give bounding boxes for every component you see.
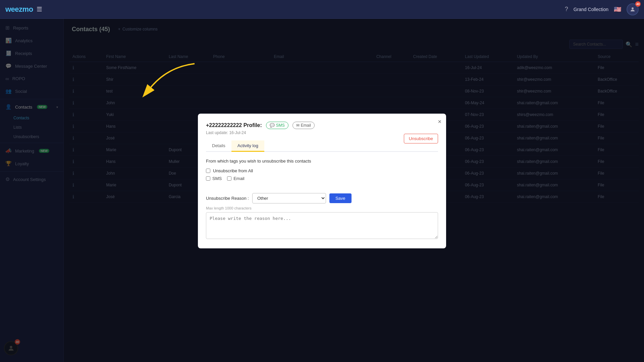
email-tag-icon: ✉	[296, 123, 300, 128]
navbar-right: ? Grand Collection 🇺🇸 40	[565, 3, 639, 15]
logo-text: weezmo	[5, 5, 33, 14]
char-limit-label: Max length 1000 characters	[206, 206, 438, 210]
tab-details[interactable]: Details	[206, 140, 231, 152]
sms-checkbox[interactable]	[206, 176, 210, 181]
modal-title: +22222222222 Profile:	[206, 122, 262, 128]
notification-badge[interactable]: 40	[627, 3, 639, 15]
sms-checkbox-label: SMS	[206, 176, 222, 181]
last-update-label: Last update:	[206, 130, 228, 135]
annotation-arrow	[141, 60, 208, 101]
hamburger-icon[interactable]: ☰	[37, 6, 42, 13]
sms-tag-label: SMS	[276, 123, 285, 128]
reason-textarea[interactable]	[206, 212, 438, 239]
reason-row: Unsubscribe Reason : Other Not intereste…	[206, 193, 438, 203]
modal-overlay[interactable]: × +22222222222 Profile: 💬 SMS ✉ Email La…	[0, 0, 644, 362]
flag-icon: 🇺🇸	[614, 6, 621, 13]
email-label: Email	[233, 176, 245, 181]
checkbox-group: Unsubscribe from All SMS Email	[206, 168, 438, 187]
unsubscribe-form: From which tags you wish to unsubscribe …	[206, 159, 438, 240]
navbar: weezmo ☰ ? Grand Collection 🇺🇸 40	[0, 0, 644, 19]
notification-count: 40	[635, 1, 641, 7]
unsubscribe-all-checkbox[interactable]	[206, 169, 210, 173]
help-icon[interactable]: ?	[565, 6, 568, 13]
email-checkbox[interactable]	[227, 176, 231, 181]
channel-checkboxes: SMS Email	[206, 176, 438, 181]
sms-tag-icon: 💬	[270, 123, 275, 128]
email-checkbox-label: Email	[227, 176, 245, 181]
modal-title-row: +22222222222 Profile: 💬 SMS ✉ Email	[206, 122, 438, 129]
profile-modal: × +22222222222 Profile: 💬 SMS ✉ Email La…	[198, 114, 446, 248]
svg-point-0	[632, 7, 634, 9]
unsubscribe-all-label: Unsubscribe from All	[213, 168, 253, 173]
tab-activity-log[interactable]: Activity log	[231, 140, 264, 152]
save-btn[interactable]: Save	[329, 193, 352, 203]
modal-email-tag: ✉ Email	[292, 122, 315, 129]
form-section-title: From which tags you wish to unsubscribe …	[206, 159, 438, 164]
modal-tabs: Details Activity log	[206, 140, 438, 152]
unsubscribe-all-row: Unsubscribe from All	[206, 168, 438, 173]
modal-subtitle: Last update: 16-Jul-24	[206, 130, 438, 135]
last-update-value: 16-Jul-24	[229, 130, 246, 135]
unsubscribe-btn[interactable]: Unsubscribe	[404, 134, 438, 143]
brand: weezmo ☰	[5, 5, 42, 14]
reason-label: Unsubscribe Reason :	[206, 196, 249, 201]
email-tag-label: Email	[301, 123, 311, 128]
modal-sms-tag: 💬 SMS	[266, 122, 288, 129]
modal-close-btn[interactable]: ×	[438, 118, 441, 125]
sms-label: SMS	[212, 176, 222, 181]
org-name: Grand Collection	[574, 7, 608, 12]
reason-select[interactable]: Other Not interested Too many messages W…	[252, 193, 326, 203]
